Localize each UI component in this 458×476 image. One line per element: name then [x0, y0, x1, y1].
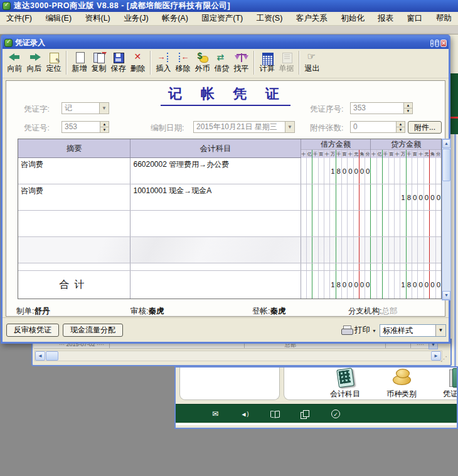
toolbar-button-delete[interactable]: 删除 — [128, 51, 147, 75]
reverse-audit-button[interactable]: 反审核凭证 — [6, 324, 59, 337]
amount-grid: 1800000 — [371, 184, 441, 210]
account-cell[interactable] — [130, 211, 301, 236]
account-cell[interactable]: 66020002 管理费用→办公费 — [130, 158, 301, 184]
menu-item-6[interactable]: 工资(S) — [255, 12, 284, 25]
toolbar-button-forward[interactable]: 向后 — [24, 51, 44, 75]
scroll-left-icon[interactable]: ◄ — [35, 351, 45, 361]
chevron-down-icon[interactable]: ▼ — [285, 122, 294, 132]
table-header: 摘要 会计科目 借方金额 十亿千百十万千百十元角分 贷方金额 十亿千百十万千百十… — [18, 139, 441, 158]
attach-count-value: 0 — [351, 122, 396, 132]
vscroll-thumb[interactable] — [442, 149, 450, 181]
summary-cell[interactable] — [18, 237, 130, 263]
nav-item-label: 币种类别 — [379, 389, 424, 399]
menu-item-5[interactable]: 固定资产(T) — [200, 12, 244, 25]
voucher-table-body: 咨询费66020002 管理费用→办公费1800000咨询费10010001 现… — [18, 158, 441, 299]
menu-item-4[interactable]: 帐务(A) — [161, 12, 189, 25]
nav-item-folder[interactable]: 凭证摘要 — [435, 368, 458, 399]
amount-grid — [371, 211, 441, 236]
attach-count-field[interactable]: 0 ▲▼ — [350, 121, 405, 133]
toolbar-button-exit[interactable]: 退出 — [302, 51, 322, 75]
debit-cell[interactable]: 1800000 — [301, 158, 371, 184]
voucher-no-value: 353 — [62, 122, 100, 132]
resize-grip-icon[interactable]: ⋰ — [440, 354, 449, 363]
toolbar-button-debit-credit[interactable]: 借贷 — [212, 51, 232, 75]
toolbar-button-currency[interactable]: 外币 — [193, 51, 212, 75]
close-button[interactable]: ✕ — [440, 40, 447, 47]
print-button[interactable]: 打印 ▼ — [341, 325, 376, 336]
credit-cell[interactable] — [371, 211, 441, 236]
debit-cell[interactable] — [301, 237, 371, 263]
chevron-down-icon[interactable]: ▼ — [99, 103, 109, 114]
main-title: 速达3000-PRO商业版 V8.88 - [成都培能医疗科技有限公司] — [14, 1, 230, 11]
voucher-seq-field[interactable]: 353 ▲▼ — [350, 102, 413, 114]
spinner-icon[interactable]: ▲▼ — [100, 122, 109, 132]
print-dropdown-icon[interactable]: ▼ — [372, 327, 376, 333]
menu-item-11[interactable]: 帮助 — [435, 12, 453, 25]
summary-cell[interactable]: 咨询费 — [18, 158, 130, 184]
toolbar-button-insert[interactable]: 插入 — [154, 51, 173, 75]
chevron-down-icon[interactable]: ▼ — [435, 325, 445, 336]
toolbar-label: 退出 — [304, 63, 320, 74]
maximize-button[interactable]: □ — [435, 40, 439, 47]
summary-cell[interactable] — [18, 211, 130, 236]
toolbar-button-remove[interactable]: 移除 — [173, 51, 193, 75]
menu-item-8[interactable]: 初始化 — [339, 12, 366, 25]
print-style-combo[interactable]: 标准样式 ▼ — [380, 324, 446, 337]
scroll-right-icon[interactable]: ► — [431, 351, 441, 361]
attach-count-label: 附件张数: — [310, 123, 343, 134]
amount-grid — [371, 158, 441, 184]
mail-icon[interactable] — [210, 410, 220, 418]
menu-item-10[interactable]: 窗口 — [406, 12, 424, 25]
list-hscrollbar[interactable]: ◄ ► — [35, 351, 442, 361]
scroll-down-icon[interactable]: ▼ — [442, 291, 450, 300]
hscroll-thumb[interactable] — [46, 351, 58, 361]
menu-item-1[interactable]: 编辑(E) — [44, 12, 73, 25]
credit-cell[interactable] — [371, 158, 441, 184]
voucher-no-field[interactable]: 353 ▲▼ — [61, 121, 109, 133]
insert-icon — [156, 52, 171, 63]
toolbar-button-balance[interactable]: 找平 — [232, 51, 251, 75]
toolbar-button-back[interactable]: 向前 — [5, 51, 24, 75]
date-field[interactable]: 2015年10月21日 星期三 ▼ — [193, 121, 295, 133]
menu-item-3[interactable]: 业务(J) — [122, 12, 150, 25]
toolbar-button-locate[interactable]: 定位 — [44, 51, 63, 75]
debit-cell[interactable] — [301, 211, 371, 236]
amount-grid — [301, 237, 371, 263]
menu-item-2[interactable]: 资料(L) — [83, 12, 111, 25]
check-icon[interactable] — [331, 410, 340, 418]
toolbar-button-calculate[interactable]: 计算 — [257, 51, 277, 75]
menu-item-7[interactable]: 客户关系 — [295, 12, 329, 25]
book-icon[interactable] — [270, 410, 280, 418]
cashflow-button[interactable]: 现金流量分配 — [63, 324, 123, 337]
sound-icon[interactable] — [240, 410, 250, 418]
attach-button[interactable]: 附件... — [408, 121, 442, 134]
account-cell[interactable] — [130, 237, 301, 263]
pages-icon[interactable] — [300, 410, 310, 418]
total-debit-cell: 1800000 — [301, 271, 371, 299]
menu-item-0[interactable]: 文件(F) — [5, 12, 33, 25]
spinner-icon[interactable]: ▲▼ — [396, 122, 405, 132]
nav-item-gold[interactable]: 币种类别 — [379, 368, 424, 399]
voucher-word-field[interactable]: 记 ▼ — [61, 102, 109, 114]
debit-cell[interactable] — [301, 184, 371, 210]
toolbar-button-copy[interactable]: 复制 — [89, 51, 109, 75]
locate-icon — [46, 52, 61, 63]
summary-cell[interactable]: 咨询费 — [18, 184, 130, 210]
credit-cell[interactable]: 1800000 — [371, 184, 441, 210]
spinner-icon[interactable]: ▲▼ — [403, 103, 412, 114]
forward-icon — [27, 52, 42, 63]
dialog-title: 凭证录入 — [15, 38, 427, 48]
voucher-row: 咨询费66020002 管理费用→办公费1800000 — [18, 158, 441, 184]
table-vscrollbar[interactable]: ▲ ▼ — [442, 139, 451, 300]
account-cell[interactable]: 10010001 现金→现金A — [130, 184, 301, 210]
toolbar-button-new[interactable]: 新增 — [70, 51, 89, 75]
menu-item-9[interactable]: 报表 — [376, 12, 395, 25]
scroll-up-icon[interactable]: ▲ — [442, 139, 450, 148]
credit-header: 贷方金额 十亿千百十万千百十元角分 — [371, 139, 441, 157]
minimize-button[interactable]: - — [430, 40, 434, 47]
voucher-word-label: 凭证字: — [24, 104, 50, 115]
printer-icon — [341, 325, 353, 335]
nav-item-calculator[interactable]: 会计科目 — [322, 368, 368, 399]
credit-cell[interactable] — [371, 237, 441, 263]
toolbar-button-save[interactable]: 保存 — [109, 51, 128, 75]
